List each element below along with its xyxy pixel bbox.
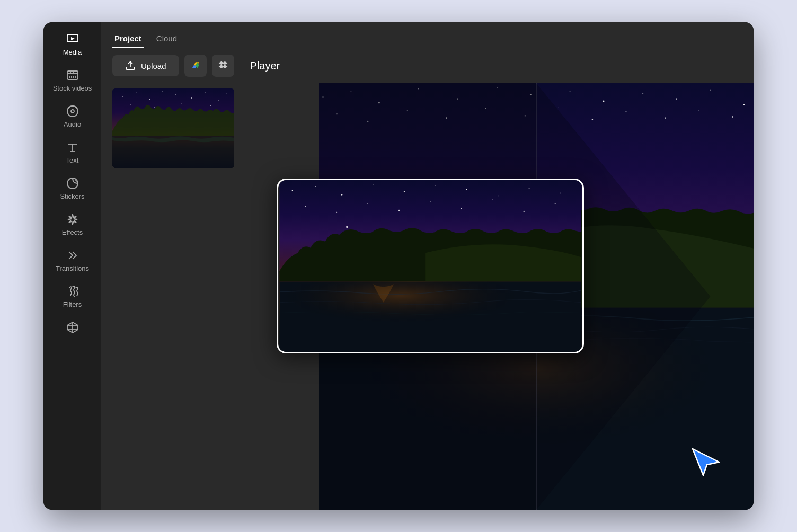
player-label: Player: [250, 60, 280, 72]
thumbnail-scene: [112, 88, 234, 168]
toolbar: Upload Player: [102, 48, 754, 83]
audio-icon: [66, 105, 79, 118]
svg-point-30: [210, 105, 211, 106]
svg-point-85: [555, 203, 556, 204]
svg-point-78: [336, 212, 337, 213]
svg-point-24: [205, 92, 205, 92]
transitions-icon: [66, 249, 79, 262]
svg-point-83: [492, 200, 493, 201]
svg-point-57: [698, 110, 699, 111]
svg-point-25: [218, 100, 219, 101]
cursor-icon: [690, 446, 722, 478]
tabs-bar: Project Cloud: [102, 22, 754, 48]
svg-rect-2: [67, 71, 78, 79]
svg-point-46: [743, 104, 745, 105]
svg-point-54: [592, 119, 594, 121]
sidebar-item-label: Stickers: [60, 192, 84, 200]
svg-point-80: [398, 210, 400, 211]
svg-point-82: [461, 208, 462, 209]
sidebar-item-label: Audio: [64, 120, 81, 128]
svg-point-70: [373, 184, 374, 185]
svg-point-19: [136, 92, 136, 93]
svg-point-18: [122, 96, 123, 97]
svg-point-21: [162, 91, 163, 91]
svg-point-55: [626, 111, 627, 112]
svg-point-73: [466, 189, 467, 190]
svg-point-56: [665, 118, 666, 119]
svg-point-26: [226, 93, 226, 94]
svg-point-75: [528, 188, 529, 189]
svg-point-84: [524, 211, 525, 212]
sidebar-item-text[interactable]: Text: [49, 136, 96, 170]
svg-rect-90: [279, 281, 581, 352]
svg-point-81: [430, 201, 431, 202]
sidebar-item-audio[interactable]: Audio: [49, 100, 96, 134]
sidebar: Media Stock videos Audio: [43, 22, 102, 510]
sidebar-item-label: Transitions: [56, 264, 89, 272]
svg-point-58: [732, 116, 733, 118]
svg-point-72: [435, 185, 436, 186]
sidebar-item-label: Effects: [62, 228, 83, 236]
sidebar-item-3d[interactable]: [49, 316, 96, 339]
sidebar-item-stock-videos[interactable]: Stock videos: [49, 64, 96, 97]
sidebar-item-transitions[interactable]: Transitions: [49, 244, 96, 278]
stock-videos-icon: [66, 69, 79, 82]
svg-point-41: [570, 91, 571, 92]
svg-point-20: [149, 99, 150, 100]
sidebar-item-label: Media: [63, 48, 82, 56]
svg-point-68: [315, 186, 316, 187]
svg-point-43: [642, 93, 643, 94]
dropbox-button[interactable]: [212, 55, 234, 77]
svg-point-77: [305, 206, 306, 207]
zoom-popup: [277, 179, 584, 353]
sidebar-item-effects[interactable]: Effects: [49, 208, 96, 242]
media-area: [102, 83, 754, 510]
svg-point-45: [710, 90, 711, 91]
text-icon: [66, 141, 79, 154]
svg-point-67: [292, 190, 293, 191]
upload-button[interactable]: Upload: [112, 55, 179, 76]
dropbox-icon: [218, 60, 228, 71]
tab-cloud[interactable]: Cloud: [154, 30, 179, 48]
svg-point-11: [71, 110, 74, 113]
sidebar-item-media[interactable]: Media: [49, 28, 96, 61]
app-window: Media Stock videos Audio: [43, 22, 754, 510]
svg-point-71: [404, 191, 405, 192]
sidebar-item-stickers[interactable]: Stickers: [49, 172, 96, 206]
tab-project[interactable]: Project: [112, 30, 144, 48]
google-drive-icon: [190, 60, 201, 71]
svg-point-74: [498, 196, 499, 197]
svg-point-29: [181, 103, 181, 103]
svg-point-44: [676, 98, 677, 99]
sidebar-item-filters[interactable]: Filters: [49, 280, 96, 314]
google-drive-button[interactable]: [184, 55, 207, 77]
svg-point-42: [603, 101, 605, 102]
svg-marker-1: [71, 37, 75, 40]
sidebar-item-label: Text: [66, 156, 79, 164]
filters-icon: [66, 285, 79, 298]
svg-point-76: [560, 193, 561, 194]
svg-point-88: [346, 226, 348, 228]
svg-point-79: [367, 203, 368, 204]
effects-icon: [66, 213, 79, 226]
main-content: Project Cloud Upload: [102, 22, 754, 510]
svg-point-53: [559, 107, 560, 108]
media-icon: [66, 33, 79, 46]
zoom-popup-scene: [278, 180, 582, 352]
svg-point-28: [154, 107, 155, 108]
svg-point-23: [191, 97, 192, 99]
upload-icon: [125, 60, 136, 71]
cursor-arrow: [690, 446, 722, 478]
svg-point-69: [341, 194, 343, 196]
media-thumbnail[interactable]: [112, 88, 234, 168]
svg-point-22: [175, 94, 176, 95]
svg-point-27: [130, 104, 131, 104]
3d-icon: [66, 321, 79, 334]
stickers-icon: [66, 177, 79, 190]
sidebar-item-label: Stock videos: [53, 84, 92, 92]
sidebar-item-label: Filters: [63, 300, 82, 308]
